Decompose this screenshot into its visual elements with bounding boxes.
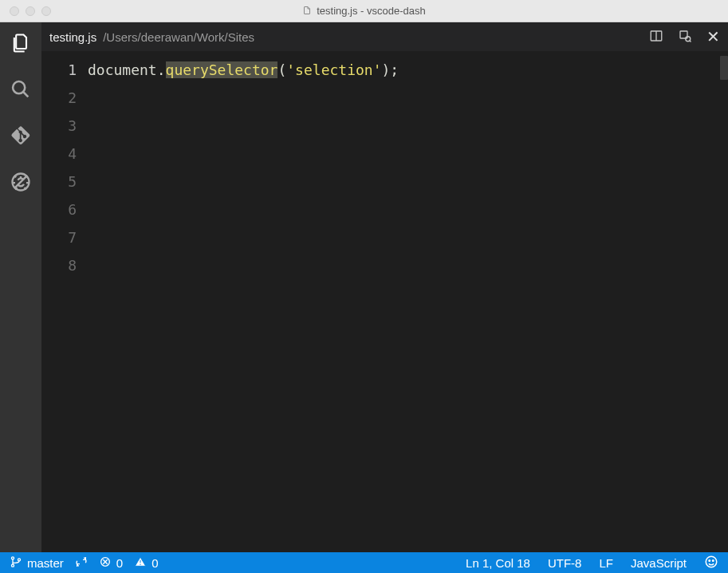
token-string: 'selection'	[286, 61, 381, 78]
status-language[interactable]: JavaScript	[631, 556, 687, 570]
tab-actions: ✕	[649, 27, 720, 46]
token-punct: (	[277, 61, 286, 78]
code-line[interactable]	[88, 168, 728, 196]
line-number: 3	[41, 112, 77, 140]
status-branch[interactable]: master	[10, 555, 64, 571]
token-call-selected: querySelector	[166, 61, 278, 78]
branch-name: master	[27, 556, 64, 570]
split-editor-icon[interactable]	[649, 29, 663, 45]
svg-point-11	[18, 558, 20, 560]
code-line[interactable]	[88, 112, 728, 140]
file-icon	[302, 6, 312, 17]
svg-point-17	[713, 559, 714, 561]
code-line[interactable]	[88, 84, 728, 112]
line-number: 7	[41, 223, 77, 251]
warning-count: 0	[152, 556, 158, 570]
svg-point-15	[706, 556, 717, 567]
status-errors[interactable]: 0	[99, 555, 123, 571]
code-line[interactable]	[88, 251, 728, 279]
line-gutter: 1 2 3 4 5 6 7 8	[41, 51, 88, 552]
debug-tab[interactable]	[10, 172, 32, 195]
code-line[interactable]	[88, 196, 728, 223]
status-sync[interactable]	[75, 555, 88, 571]
code-lines[interactable]: document.querySelector('selection');	[88, 51, 728, 552]
window-title-wrap: testing.js - vscode-dash	[0, 5, 728, 17]
show-whitespace-icon[interactable]	[678, 29, 692, 45]
status-warnings[interactable]: 0	[134, 555, 158, 571]
line-number: 8	[41, 251, 77, 279]
code-line[interactable]	[88, 223, 728, 251]
search-tab[interactable]	[10, 80, 32, 102]
code-line[interactable]	[88, 140, 728, 168]
line-number: 6	[41, 196, 77, 223]
error-count: 0	[116, 556, 123, 570]
window-titlebar: testing.js - vscode-dash	[0, 0, 728, 22]
line-number: 4	[41, 140, 77, 168]
svg-line-1	[24, 93, 29, 97]
svg-point-16	[709, 559, 710, 561]
editor-tab-row: testing.js /Users/deerawan/Work/Sites ✕	[41, 22, 728, 51]
warning-icon	[134, 555, 147, 571]
svg-point-10	[11, 564, 14, 567]
explorer-tab[interactable]	[10, 34, 32, 56]
window-title: testing.js - vscode-dash	[317, 5, 426, 17]
branch-icon	[10, 555, 22, 571]
status-encoding[interactable]: UTF-8	[548, 556, 582, 570]
sync-icon	[75, 555, 88, 571]
line-number: 2	[41, 84, 77, 112]
svg-line-8	[690, 41, 691, 42]
token-identifier: document	[88, 61, 157, 78]
svg-point-7	[686, 36, 691, 41]
close-icon[interactable]: ✕	[706, 27, 720, 46]
source-control-tab[interactable]	[10, 126, 32, 148]
status-eol[interactable]: LF	[599, 556, 613, 570]
debug-icon	[10, 171, 32, 196]
tab-filename[interactable]: testing.js	[49, 30, 96, 44]
tab-path: /Users/deerawan/Work/Sites	[103, 30, 649, 44]
error-icon	[99, 555, 112, 571]
smile-icon	[704, 555, 718, 571]
status-cursor[interactable]: Ln 1, Col 18	[466, 556, 530, 570]
activity-bar	[0, 22, 41, 552]
svg-point-9	[11, 556, 14, 559]
code-line[interactable]: document.querySelector('selection');	[88, 56, 728, 84]
status-feedback[interactable]	[704, 555, 718, 571]
status-bar: master 0 0	[0, 552, 728, 573]
main-area: testing.js /Users/deerawan/Work/Sites ✕	[0, 22, 728, 552]
minimap-thumb[interactable]	[720, 56, 728, 80]
token-punct: )	[382, 61, 391, 78]
line-number: 5	[41, 168, 77, 196]
svg-point-0	[13, 81, 25, 93]
files-icon	[10, 32, 32, 57]
code-editor[interactable]: 1 2 3 4 5 6 7 8 document.querySelector('…	[41, 51, 728, 552]
editor-group: testing.js /Users/deerawan/Work/Sites ✕	[41, 22, 728, 552]
token-punct: .	[157, 61, 166, 78]
search-icon	[10, 78, 32, 104]
token-punct: ;	[390, 61, 399, 78]
line-number: 1	[41, 56, 77, 84]
git-icon	[10, 124, 32, 150]
